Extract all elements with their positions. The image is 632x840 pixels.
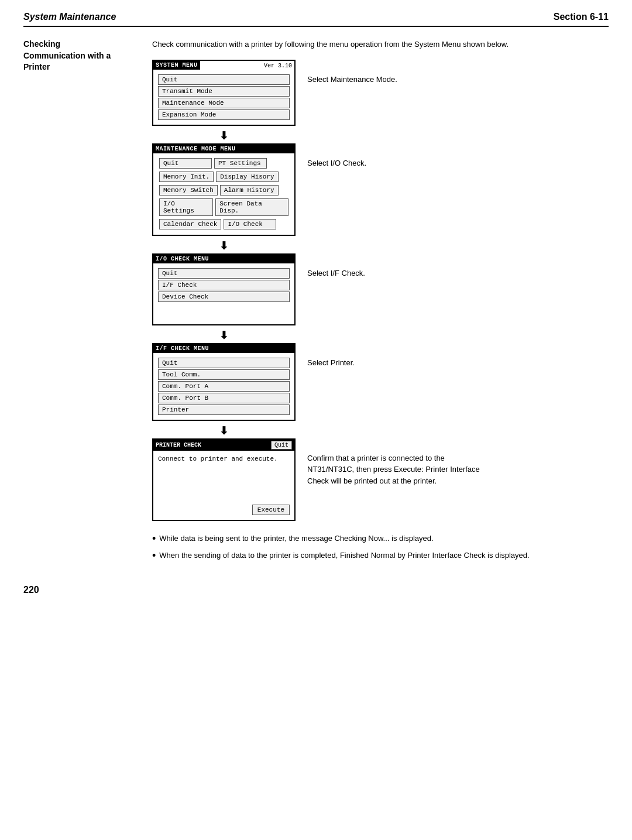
maintenance-row-2: Memory Init. Display Hisory xyxy=(158,170,290,183)
btn-display-history[interactable]: Display Hisory xyxy=(216,172,278,182)
if-check-menu-box: I/F CHECK MENU Quit Tool Comm. Comm. Por… xyxy=(152,343,296,421)
if-check-menu-wrapper: I/F CHECK MENU Quit Tool Comm. Comm. Por… xyxy=(152,343,296,438)
step4-description: Select Printer. xyxy=(307,355,355,369)
printer-check-body: Connect to printer and execute. Execute xyxy=(153,451,294,520)
bullet-item-1: • While data is being sent to the printe… xyxy=(152,533,609,546)
io-btn-device-check[interactable]: Device Check xyxy=(158,292,290,302)
maintenance-menu-box: MAINTENANCE MODE MENU Quit PT Settings M… xyxy=(152,143,296,236)
btn-memory-switch[interactable]: Memory Switch xyxy=(159,185,218,196)
printer-check-title: PRINTER CHECK xyxy=(156,442,201,448)
io-check-menu-wrapper: I/O CHECK MENU Quit I/F Check Device Che… xyxy=(152,253,296,343)
system-menu-box: SYSTEM MENU Ver 3.10 Quit Transmit Mode … xyxy=(152,60,296,126)
bullet-item-2: • When the sending of data to the printe… xyxy=(152,550,609,563)
step3-description: Select I/F Check. xyxy=(307,265,365,279)
arrow-3: ⬇ xyxy=(219,330,228,341)
printer-connect-text: Connect to printer and execute. xyxy=(158,455,290,462)
step-4: I/F CHECK MENU Quit Tool Comm. Comm. Por… xyxy=(152,343,355,438)
page-number: 220 xyxy=(23,585,39,595)
step2-desc-col: Select I/O Check. xyxy=(307,143,366,169)
step-5: PRINTER CHECK Quit Connect to printer an… xyxy=(152,438,483,521)
bullet-text-2: When the sending of data to the printer … xyxy=(159,550,609,563)
printer-check-title-row: PRINTER CHECK Quit xyxy=(153,440,294,451)
if-check-menu-title: I/F CHECK MENU xyxy=(153,344,294,353)
system-menu-wrapper: SYSTEM MENU Ver 3.10 Quit Transmit Mode … xyxy=(152,60,296,143)
intro-text: Check communication with a printer by fo… xyxy=(152,39,609,50)
btn-pt-settings[interactable]: PT Settings xyxy=(214,158,267,169)
step1-description: Select Maintenance Mode. xyxy=(307,71,397,85)
printer-check-box: PRINTER CHECK Quit Connect to printer an… xyxy=(152,438,296,521)
step3-desc-col: Select I/F Check. xyxy=(307,253,365,279)
btn-io-settings[interactable]: I/O Settings xyxy=(159,198,213,216)
if-btn-quit[interactable]: Quit xyxy=(158,358,290,368)
step-2: MAINTENANCE MODE MENU Quit PT Settings M… xyxy=(152,143,366,253)
io-check-menu-box: I/O CHECK MENU Quit I/F Check Device Che… xyxy=(152,253,296,325)
version-label: Ver 3.10 xyxy=(264,61,294,69)
page-header: System Maintenance Section 6-11 xyxy=(23,12,609,27)
maintenance-row-1: Quit PT Settings xyxy=(158,157,290,170)
printer-check-wrapper: PRINTER CHECK Quit Connect to printer an… xyxy=(152,438,296,521)
if-check-menu-body: Quit Tool Comm. Comm. Port A Comm. Port … xyxy=(153,353,294,420)
header-section-number: Section 6-11 xyxy=(554,12,609,22)
if-btn-comm-port-b[interactable]: Comm. Port B xyxy=(158,393,290,403)
system-menu-body: Quit Transmit Mode Maintenance Mode Expa… xyxy=(153,70,294,125)
btn-memory-init[interactable]: Memory Init. xyxy=(159,172,214,182)
system-menu-btn-maintenance[interactable]: Maintenance Mode xyxy=(158,98,290,108)
page-footer: 220 xyxy=(23,585,609,595)
maintenance-menu-title: MAINTENANCE MODE MENU xyxy=(153,145,294,153)
page: System Maintenance Section 6-11 Checking… xyxy=(0,0,632,840)
bullet-list: • While data is being sent to the printe… xyxy=(152,533,609,563)
main-content: CheckingCommunication with aPrinter Chec… xyxy=(23,39,609,567)
maintenance-row-5: Calendar Check I/O Check xyxy=(158,218,290,231)
step4-desc-col: Select Printer. xyxy=(307,343,355,369)
io-check-menu-title: I/O CHECK MENU xyxy=(153,255,294,263)
maintenance-row-3: Memory Switch Alarm History xyxy=(158,184,290,197)
btn-alarm-history[interactable]: Alarm History xyxy=(220,185,279,196)
btn-screen-data[interactable]: Screen Data Disp. xyxy=(215,198,288,216)
printer-quit-btn[interactable]: Quit xyxy=(271,441,292,450)
io-check-menu-body: Quit I/F Check Device Check xyxy=(153,263,294,324)
header-section-title: System Maintenance xyxy=(23,12,116,22)
bullet-text-1: While data is being sent to the printer,… xyxy=(159,533,609,546)
right-column: Check communication with a printer by fo… xyxy=(152,39,609,567)
io-btn-if-check[interactable]: I/F Check xyxy=(158,280,290,290)
maintenance-menu-body: Quit PT Settings Memory Init. Display Hi… xyxy=(153,153,294,235)
if-btn-tool-comm[interactable]: Tool Comm. xyxy=(158,369,290,380)
section-title: CheckingCommunication with aPrinter xyxy=(23,39,140,73)
step5-desc-col: Confirm that a printer is connected to t… xyxy=(307,438,483,487)
btn-io-check[interactable]: I/O Check xyxy=(224,219,276,229)
system-menu-title: SYSTEM MENU xyxy=(153,61,200,70)
bullet-dot-1: • xyxy=(152,533,156,546)
if-btn-comm-port-a[interactable]: Comm. Port A xyxy=(158,381,290,392)
btn-calendar-check[interactable]: Calendar Check xyxy=(159,219,221,229)
menu-flow: SYSTEM MENU Ver 3.10 Quit Transmit Mode … xyxy=(152,60,609,521)
step5-description: Confirm that a printer is connected to t… xyxy=(307,450,483,487)
system-menu-btn-transmit[interactable]: Transmit Mode xyxy=(158,86,290,97)
left-column: CheckingCommunication with aPrinter xyxy=(23,39,152,567)
btn-quit[interactable]: Quit xyxy=(159,158,212,169)
arrow-2: ⬇ xyxy=(219,241,228,251)
io-btn-quit[interactable]: Quit xyxy=(158,268,290,279)
bullet-dot-2: • xyxy=(152,550,156,563)
arrow-1: ⬇ xyxy=(219,131,228,141)
step2-description: Select I/O Check. xyxy=(307,155,366,169)
execute-button[interactable]: Execute xyxy=(252,505,290,515)
maintenance-menu-wrapper: MAINTENANCE MODE MENU Quit PT Settings M… xyxy=(152,143,296,253)
system-menu-btn-quit[interactable]: Quit xyxy=(158,74,290,85)
arrow-4: ⬇ xyxy=(219,426,228,436)
step-3: I/O CHECK MENU Quit I/F Check Device Che… xyxy=(152,253,365,343)
if-btn-printer[interactable]: Printer xyxy=(158,404,290,415)
system-menu-btn-expansion[interactable]: Expansion Mode xyxy=(158,109,290,120)
maintenance-row-4: I/O Settings Screen Data Disp. xyxy=(158,197,290,217)
step-1: SYSTEM MENU Ver 3.10 Quit Transmit Mode … xyxy=(152,60,397,143)
step1-desc-col: Select Maintenance Mode. xyxy=(307,60,397,85)
